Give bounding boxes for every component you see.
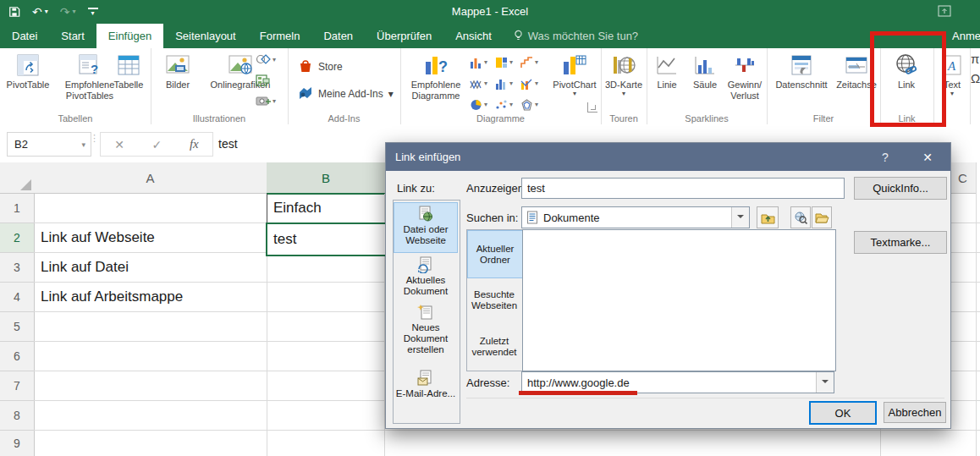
scatter-chart-button[interactable]: ▾ [495, 99, 520, 111]
waterfall-chart-button[interactable]: ▾ [520, 57, 546, 69]
combo-chart-icon [520, 78, 533, 90]
quickinfo-button[interactable]: QuickInfo... [854, 177, 947, 200]
row-header-8[interactable]: 8 [0, 401, 35, 431]
enter-icon[interactable]: ✓ [152, 138, 162, 151]
histogram-chart-button[interactable]: ▾ [495, 78, 520, 90]
ribbon-display-options-icon [938, 5, 951, 17]
cell-a4[interactable]: Link auf Arbeitsmappe [35, 283, 272, 311]
folder-up-icon [761, 212, 775, 224]
equation-pi-button[interactable]: π [971, 52, 980, 66]
open-folder-icon [815, 212, 829, 223]
group-label-filter: Filter [767, 113, 880, 124]
formen-button[interactable]: ▾ [256, 52, 276, 66]
row-header-9[interactable]: 9 [0, 431, 35, 456]
meine-addins-button[interactable]: Meine Add-Ins ▾ [298, 85, 394, 102]
sidebar-item-datei-oder-webseite[interactable]: Datei oder Webseite [394, 202, 458, 253]
group-illustrationen: Bilder Onlinegrafiken ▾ [151, 48, 289, 124]
bilder-button[interactable]: Bilder [156, 51, 200, 91]
ribbon: PivotTable ? Empfohlene PivotTables Tabe… [0, 48, 980, 126]
pie-chart-button[interactable]: ▾ [470, 99, 495, 111]
column-header-a[interactable]: A [34, 162, 267, 194]
browse-file-button[interactable] [812, 206, 832, 228]
tab-ansicht[interactable]: Ansicht [443, 24, 504, 48]
chevron-down-icon[interactable] [816, 372, 834, 393]
sparkline-gewinn-verlust-button[interactable]: Gewinn/ Verlust [724, 51, 765, 102]
sidebar-item-aktuelles-dokument[interactable]: Aktuelles Dokument [394, 254, 457, 300]
sidebar-item-email-adresse[interactable]: E-Mail-Adre... [394, 367, 457, 414]
ribbon-display-options-button[interactable] [938, 5, 951, 17]
tabelle-button[interactable]: Tabelle [108, 51, 149, 91]
treemap-chart-button[interactable]: ▾ [495, 57, 520, 69]
cell-a2[interactable]: Link auf Webseite [35, 223, 272, 252]
row-header-7[interactable]: 7 [0, 371, 35, 401]
look-in-dropdown[interactable]: Dokumente [521, 206, 750, 228]
look-in-label: Suchen in: [466, 212, 518, 224]
tab-zuletzt-verwendet[interactable]: Zuletzt verwendet [467, 323, 521, 370]
row-header-2[interactable]: 2 [0, 223, 35, 253]
chevron-down-icon: ▾ [573, 91, 576, 97]
file-list[interactable] [522, 229, 836, 371]
dialog-help-button[interactable]: ? [873, 143, 898, 171]
pivotchart-button[interactable]: PivotChart ▾ [551, 51, 598, 97]
chevron-down-icon[interactable] [731, 207, 749, 228]
symbol-omega-button[interactable]: Ω [971, 71, 980, 85]
dialog-titlebar[interactable]: Link einfügen [386, 143, 950, 171]
column-chart-button[interactable]: ▾ [470, 57, 495, 69]
name-box[interactable]: B2 ▾ [7, 132, 91, 157]
sign-in-button[interactable]: Anmeld [952, 24, 980, 48]
3d-karte-button[interactable]: 3D-Karte ▾ [603, 51, 644, 97]
cell-b1[interactable]: Einfach [267, 194, 392, 223]
tab-ueberpruefen[interactable]: Überprüfen [365, 24, 443, 48]
datenschnitt-button[interactable]: Datenschnitt [768, 51, 834, 91]
row-header-5[interactable]: 5 [0, 312, 35, 342]
excel-window: ↶▾ ↷▾ ▾ Mappe1 - Excel Datei Start Einfü… [0, 0, 980, 456]
row-header-3[interactable]: 3 [0, 253, 35, 283]
up-one-folder-button[interactable] [757, 206, 779, 228]
empfohlene-diagramme-button[interactable]: ? Empfohlene Diagramme [404, 51, 468, 102]
row-header-6[interactable]: 6 [0, 342, 35, 371]
display-text-input[interactable]: test [521, 178, 845, 199]
waterfall-chart-icon [520, 57, 533, 69]
ok-button[interactable]: OK [809, 401, 877, 425]
textmarke-button[interactable]: Textmarke... [854, 231, 947, 254]
smartart-button[interactable] [256, 74, 271, 87]
cancel-button[interactable]: Abbrechen [884, 402, 946, 423]
tab-formeln[interactable]: Formeln [248, 24, 312, 48]
row-header-1[interactable]: 1 [0, 194, 35, 223]
select-all-corner[interactable] [0, 162, 35, 194]
pivotchart-icon [562, 51, 587, 80]
line-chart-button[interactable]: ▾ [470, 78, 495, 90]
cell-a3[interactable]: Link auf Datei [35, 253, 272, 282]
column-header-b[interactable]: B [267, 162, 386, 195]
sidebar-item-neues-dokument[interactable]: Neues Dokument erstellen [394, 301, 457, 360]
tab-daten[interactable]: Daten [311, 24, 365, 48]
gridline [976, 162, 977, 456]
tell-me-search[interactable]: Was möchten Sie tun? [504, 24, 648, 48]
sparkline-linie-button[interactable]: Linie [648, 51, 685, 91]
tab-datei[interactable]: Datei [0, 24, 49, 48]
browse-web-button[interactable] [790, 206, 811, 228]
tab-besuchte-webseiten[interactable]: Besuchte Webseiten [467, 277, 521, 323]
tab-einfuegen[interactable]: Einfügen [96, 24, 163, 48]
tab-aktueller-ordner[interactable]: Aktueller Ordner [467, 230, 523, 278]
dialog-close-button[interactable]: ✕ [913, 143, 942, 171]
3d-map-icon [611, 51, 636, 80]
group-label-illustrationen: Illustrationen [151, 113, 288, 124]
column-header-c[interactable]: C [950, 162, 977, 194]
store-button[interactable]: Store [298, 58, 343, 75]
radar-chart-button[interactable]: ▾ [520, 99, 546, 111]
store-label: Store [318, 61, 343, 73]
pivottable-button[interactable]: PivotTable [2, 51, 54, 91]
tab-seitenlayout[interactable]: Seitenlayout [163, 24, 248, 48]
dialog-launcher-icon[interactable] [587, 102, 597, 113]
sparkline-saeule-button[interactable]: Säule [685, 51, 724, 91]
combo-chart-button[interactable]: ▾ [520, 78, 546, 90]
formula-bar-grip[interactable]: ⋮ [90, 135, 99, 140]
cancel-icon[interactable]: ✕ [114, 138, 124, 151]
group-sparklines: Linie Säule Gewinn/ Verlust Sparklines [647, 48, 768, 124]
tab-start[interactable]: Start [49, 24, 96, 48]
row-header-4[interactable]: 4 [0, 283, 35, 312]
screenshot-button[interactable]: ▾ [256, 95, 276, 107]
insert-function-icon[interactable]: fx [190, 137, 199, 151]
cell-b2-selected[interactable]: test [266, 223, 394, 256]
